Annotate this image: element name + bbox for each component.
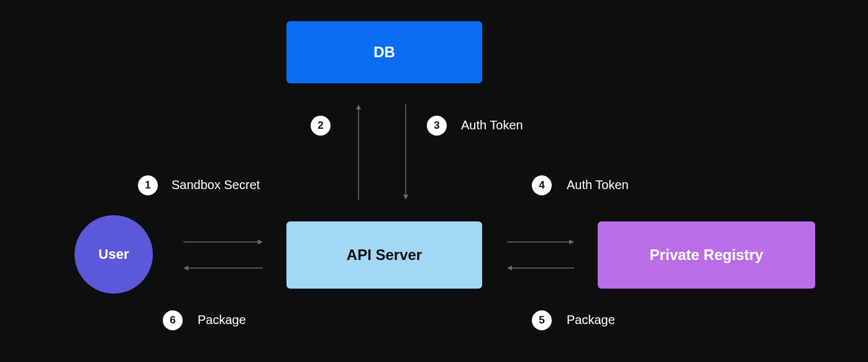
step-3-label: Auth Token [461,118,523,132]
arrow-api-to-user [183,263,264,273]
step-3-badge: 3 [427,116,447,136]
step-4-badge: 4 [532,175,552,195]
architecture-diagram: DB User API Server Private Registry 1 Sa… [0,0,868,362]
api-server-node: API Server [286,221,482,289]
step-2-badge: 2 [311,116,331,136]
step-5-number: 5 [539,314,544,327]
db-node: DB [286,21,482,83]
user-label: User [99,246,129,262]
step-4-label: Auth Token [567,178,629,192]
db-label: DB [373,44,395,61]
step-5-badge: 5 [532,310,552,330]
step-4-number: 4 [539,179,544,192]
arrow-user-to-api [183,237,264,247]
private-registry-node: Private Registry [598,221,815,289]
arrow-api-to-db [354,104,363,201]
step-6-badge: 6 [163,310,183,330]
step-3-number: 3 [434,119,439,132]
arrow-db-to-api [401,104,411,201]
arrow-registry-to-api [507,263,575,273]
api-server-label: API Server [347,246,422,264]
user-node: User [75,215,153,294]
step-2-number: 2 [318,119,323,132]
step-6-number: 6 [170,314,175,327]
step-1-number: 1 [145,179,150,192]
arrow-api-to-registry [507,237,575,247]
step-5-label: Package [567,313,615,327]
private-registry-label: Private Registry [650,246,764,264]
step-6-label: Package [198,313,246,327]
step-1-badge: 1 [138,175,158,195]
step-1-label: Sandbox Secret [171,178,260,192]
